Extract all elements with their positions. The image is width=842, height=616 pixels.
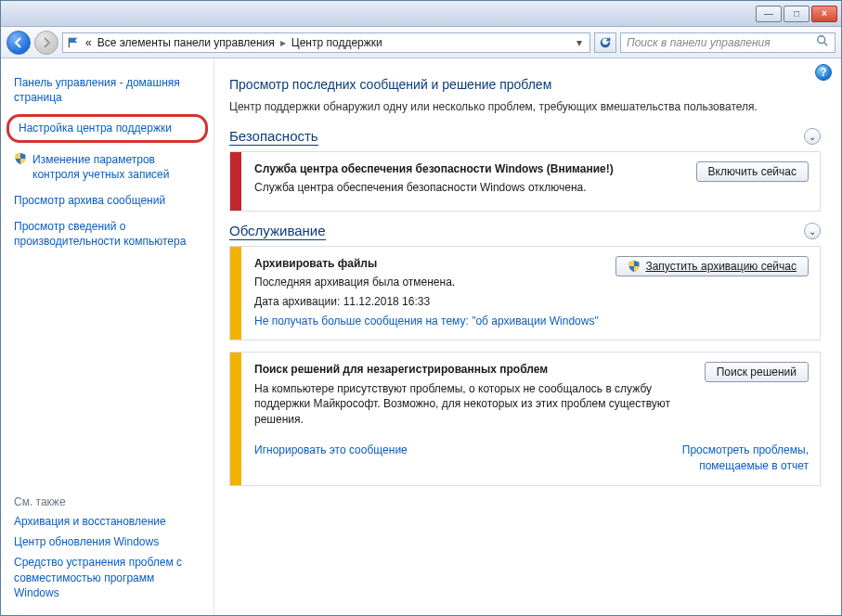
backup-card-desc: Последняя архивация была отменена. bbox=[254, 275, 604, 290]
flag-icon bbox=[67, 36, 80, 49]
shield-icon bbox=[628, 260, 641, 273]
sidebar-home-link[interactable]: Панель управления - домашняя страница bbox=[14, 75, 201, 105]
sidebar-backup-link[interactable]: Архивация и восстановление bbox=[14, 514, 201, 529]
section-maintenance-label: Обслуживание bbox=[229, 223, 326, 240]
help-icon[interactable]: ? bbox=[815, 64, 832, 81]
sidebar-uac-label: Изменение параметров контроля учетных за… bbox=[32, 152, 201, 182]
solutions-card: Поиск решений для незарегистрированных п… bbox=[229, 352, 821, 485]
ignore-message-link[interactable]: Игнорировать это сообщение bbox=[254, 443, 408, 458]
chevron-right-icon: ▸ bbox=[280, 36, 286, 49]
see-also-section: См. также Архивация и восстановление Цен… bbox=[14, 495, 201, 606]
sidebar-configure-link[interactable]: Настройка центра поддержки bbox=[19, 121, 196, 135]
chevron-down-icon[interactable]: ⌄ bbox=[804, 223, 821, 239]
crumb-all-items[interactable]: Все элементы панели управления bbox=[97, 36, 275, 49]
security-card-title: Служба центра обеспечения безопасности W… bbox=[254, 161, 685, 176]
severity-stripe-yellow bbox=[230, 247, 241, 340]
address-bar[interactable]: « Все элементы панели управления ▸ Центр… bbox=[62, 32, 590, 53]
security-card: Служба центра обеспечения безопасности W… bbox=[229, 151, 821, 212]
search-placeholder: Поиск в панели управления bbox=[627, 36, 771, 49]
backup-card-title: Архивировать файлы bbox=[254, 256, 604, 271]
backup-suppress-link[interactable]: Не получать больше сообщения на тему: "о… bbox=[254, 314, 604, 329]
sidebar-windows-update-link[interactable]: Центр обновления Windows bbox=[14, 534, 201, 549]
sidebar-uac-link[interactable]: Изменение параметров контроля учетных за… bbox=[14, 152, 201, 182]
svg-line-2 bbox=[824, 43, 828, 46]
solutions-card-desc: На компьютере присутствуют проблемы, о к… bbox=[254, 381, 693, 428]
see-also-heading: См. также bbox=[14, 495, 201, 508]
sidebar: Панель управления - домашняя страница На… bbox=[1, 58, 214, 615]
content-area: ? Просмотр последних сообщений и решение… bbox=[214, 58, 841, 615]
enable-now-button[interactable]: Включить сейчас bbox=[696, 161, 809, 182]
search-icon bbox=[816, 34, 829, 50]
maximize-button[interactable]: □ bbox=[784, 6, 810, 22]
window-frame: — □ × « Все элементы панели управления ▸… bbox=[0, 0, 842, 616]
shield-icon bbox=[14, 152, 27, 165]
navbar: « Все элементы панели управления ▸ Центр… bbox=[1, 27, 841, 58]
nav-forward-button[interactable] bbox=[34, 31, 58, 55]
minimize-button[interactable]: — bbox=[756, 6, 782, 22]
run-backup-button[interactable]: Запустить архивацию сейчас bbox=[615, 256, 809, 276]
severity-stripe-red bbox=[230, 152, 241, 211]
sidebar-performance-link[interactable]: Просмотр сведений о производительности к… bbox=[14, 219, 201, 249]
backup-card-date: Дата архивации: 11.12.2018 16:33 bbox=[254, 294, 604, 310]
refresh-button[interactable] bbox=[594, 32, 616, 53]
security-card-desc: Служба центра обеспечения безопасности W… bbox=[254, 180, 685, 196]
close-button[interactable]: × bbox=[811, 6, 837, 22]
severity-stripe-yellow bbox=[230, 353, 241, 484]
sidebar-archive-link[interactable]: Просмотр архива сообщений bbox=[14, 193, 201, 208]
search-input[interactable]: Поиск в панели управления bbox=[620, 32, 836, 53]
page-title: Просмотр последних сообщений и решение п… bbox=[229, 77, 821, 92]
section-security-label: Безопасность bbox=[229, 128, 318, 146]
chevron-down-icon[interactable]: ⌄ bbox=[804, 128, 821, 145]
svg-rect-0 bbox=[69, 37, 70, 47]
view-problems-link[interactable]: Просмотреть проблемы, помещаемые в отчет bbox=[623, 443, 809, 474]
titlebar: — □ × bbox=[1, 1, 841, 27]
section-security-header[interactable]: Безопасность ⌄ bbox=[229, 128, 821, 146]
find-solutions-button[interactable]: Поиск решений bbox=[705, 362, 809, 382]
section-maintenance-header[interactable]: Обслуживание ⌄ bbox=[229, 223, 821, 240]
address-dropdown-icon[interactable]: ▾ bbox=[573, 36, 586, 49]
page-subtext: Центр поддержки обнаружил одну или неско… bbox=[229, 99, 821, 115]
run-backup-label: Запустить архивацию сейчас bbox=[645, 260, 797, 273]
nav-back-button[interactable] bbox=[6, 31, 31, 55]
backup-card: Архивировать файлы Последняя архивация б… bbox=[229, 246, 821, 341]
annotation-highlight: Настройка центра поддержки bbox=[6, 114, 208, 142]
sidebar-compat-link[interactable]: Средство устранения проблем с совместимо… bbox=[14, 555, 201, 600]
svg-point-1 bbox=[818, 36, 825, 44]
solutions-card-title: Поиск решений для незарегистрированных п… bbox=[254, 362, 693, 377]
body: Панель управления - домашняя страница На… bbox=[1, 58, 841, 615]
crumb-prefix: « bbox=[85, 36, 92, 49]
crumb-action-center[interactable]: Центр поддержки bbox=[291, 36, 382, 49]
